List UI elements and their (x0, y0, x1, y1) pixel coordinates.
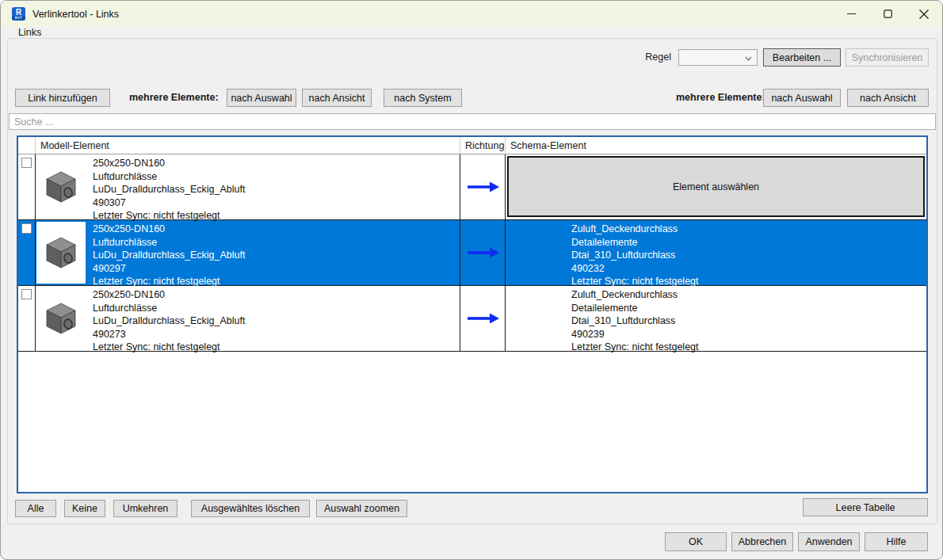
regel-combobox[interactable] (678, 49, 758, 66)
revit-icon-letter: R (16, 9, 21, 17)
schema-id: 490232 (571, 262, 699, 276)
schema-element-cell: Element auswählen (506, 154, 926, 219)
model-type: 250x250-DN160 (93, 223, 245, 236)
row-checkbox[interactable] (21, 289, 32, 299)
titlebar: R RVT Verlinkertool - Links (1, 1, 942, 27)
auswahl-zoomen-button[interactable]: Auswahl zoomen (316, 500, 407, 517)
links-table: Modell-Element Richtung Schema-Element (17, 135, 928, 493)
model-family: LuDu_Dralldurchlass_Eckig_Abluft (93, 249, 245, 262)
nach-ansicht-button-right[interactable]: nach Ansicht (847, 89, 929, 107)
ausgewaehltes-loeschen-button[interactable]: Ausgewähltes löschen (191, 500, 310, 517)
duct-element-thumbnail (36, 156, 86, 218)
table-header-row: Modell-Element Richtung Schema-Element (18, 137, 926, 154)
model-element-text: 250x250-DN160 Luftdurchlässe LuDu_Dralld… (93, 157, 245, 223)
alle-button[interactable]: Alle (15, 500, 56, 517)
schema-element-text: Zuluft_Deckendurchlass Detailelemente Dt… (571, 288, 699, 354)
abbrechen-button[interactable]: Abbrechen (731, 532, 793, 551)
duct-cube-icon (44, 236, 78, 269)
direction-cell (460, 286, 506, 351)
model-element-cell[interactable]: 250x250-DN160 Luftdurchlässe LuDu_Dralld… (36, 286, 460, 351)
nach-system-button[interactable]: nach System (384, 89, 462, 107)
right-arrow-icon (465, 247, 500, 258)
nach-ansicht-button-left[interactable]: nach Ansicht (302, 89, 372, 107)
model-family: LuDu_Dralldurchlass_Eckig_Abluft (93, 314, 245, 328)
ok-button[interactable]: OK (665, 532, 727, 551)
verlinkertool-window: R RVT Verlinkertool - Links Links Regel … (0, 0, 943, 560)
anwenden-button[interactable]: Anwenden (798, 532, 860, 551)
right-arrow-icon (465, 313, 500, 324)
header-schema-element[interactable]: Schema-Element (506, 137, 926, 154)
model-sync-status: Letzter Sync: nicht festgelegt (93, 341, 245, 354)
model-element-cell[interactable]: 250x250-DN160 Luftdurchlässe LuDu_Dralld… (36, 154, 460, 219)
search-input[interactable] (9, 113, 936, 130)
table-row[interactable]: 250x250-DN160 Luftdurchlässe LuDu_Dralld… (18, 286, 926, 352)
minimize-icon (847, 10, 856, 18)
window-title: Verlinkertool - Links (32, 9, 119, 20)
chevron-down-icon (745, 52, 752, 63)
model-category: Luftdurchlässe (93, 302, 245, 315)
element-auswaehlen-button[interactable]: Element auswählen (507, 156, 925, 217)
model-category: Luftdurchlässe (93, 170, 245, 184)
table-row[interactable]: 250x250-DN160 Luftdurchlässe LuDu_Dralld… (18, 154, 926, 220)
model-element-cell[interactable]: 250x250-DN160 Luftdurchlässe LuDu_Dralld… (36, 220, 460, 285)
model-element-text: 250x250-DN160 Luftdurchlässe LuDu_Dralld… (93, 223, 245, 288)
schema-category: Detailelemente (571, 302, 699, 315)
window-controls (833, 1, 942, 27)
mehrere-elemente-label-right: mehrere Elemente: (676, 92, 765, 103)
header-modell-element[interactable]: Modell-Element (36, 137, 460, 154)
row-checkbox-cell (18, 154, 36, 219)
model-family: LuDu_Dralldurchlass_Eckig_Abluft (93, 183, 245, 196)
close-button[interactable] (906, 1, 942, 27)
model-category: Luftdurchlässe (93, 236, 245, 250)
maximize-button[interactable] (869, 1, 906, 27)
row-checkbox[interactable] (21, 158, 32, 168)
model-type: 250x250-DN160 (93, 157, 245, 170)
mehrere-elemente-label-left: mehrere Elemente: (129, 92, 219, 103)
right-arrow-icon (465, 181, 500, 192)
hilfe-button[interactable]: Hilfe (865, 532, 928, 551)
direction-cell (460, 220, 506, 285)
model-id: 490307 (93, 196, 245, 210)
model-element-text: 250x250-DN160 Luftdurchlässe LuDu_Dralld… (93, 288, 245, 354)
nach-auswahl-button-left[interactable]: nach Auswahl (227, 89, 296, 107)
model-type: 250x250-DN160 (93, 288, 245, 302)
keine-button[interactable]: Keine (64, 500, 105, 517)
umkehren-button[interactable]: Umkehren (113, 500, 178, 517)
nach-auswahl-button-right[interactable]: nach Auswahl (763, 89, 841, 107)
row-checkbox[interactable] (21, 223, 32, 234)
schema-type: Zuluft_Deckendurchlass (571, 288, 699, 302)
leere-tabelle-button[interactable]: Leere Tabelle (803, 498, 928, 516)
schema-element-cell[interactable]: Zuluft_Deckendurchlass Detailelemente Dt… (506, 220, 926, 285)
revit-app-icon: R RVT (12, 7, 25, 21)
minimize-button[interactable] (833, 1, 869, 27)
schema-category: Detailelemente (571, 236, 699, 250)
synchronisieren-button[interactable]: Synchronisieren (846, 48, 929, 67)
close-icon (919, 10, 929, 19)
duct-cube-icon (44, 170, 78, 204)
schema-family: Dtai_310_Luftdurchlass (571, 249, 699, 262)
schema-element-text: Zuluft_Deckendurchlass Detailelemente Dt… (571, 223, 699, 288)
regel-label: Regel (645, 51, 671, 63)
duct-element-thumbnail (36, 222, 86, 284)
schema-element-cell[interactable]: Zuluft_Deckendurchlass Detailelemente Dt… (506, 286, 926, 351)
duct-element-thumbnail (36, 288, 86, 349)
header-checkbox-column (18, 137, 36, 154)
bearbeiten-button[interactable]: Bearbeiten ... (763, 48, 841, 67)
model-id: 490297 (93, 262, 245, 276)
table-row[interactable]: 250x250-DN160 Luftdurchlässe LuDu_Dralld… (18, 220, 926, 286)
direction-cell (460, 154, 506, 219)
row-checkbox-cell (18, 220, 36, 285)
revit-icon-sub: RVT (12, 17, 25, 20)
model-id: 490273 (93, 328, 245, 341)
links-groupbox-label: Links (15, 27, 44, 38)
maximize-icon (884, 10, 892, 18)
schema-sync-status: Letzter Sync: nicht festgelegt (571, 341, 699, 354)
schema-id: 490239 (571, 328, 699, 341)
header-richtung[interactable]: Richtung (460, 137, 506, 154)
link-hinzufuegen-button[interactable]: Link hinzufügen (15, 89, 110, 107)
schema-type: Zuluft_Deckendurchlass (571, 223, 699, 236)
duct-cube-icon (44, 302, 78, 335)
row-checkbox-cell (18, 286, 36, 351)
schema-family: Dtai_310_Luftdurchlass (571, 314, 699, 328)
